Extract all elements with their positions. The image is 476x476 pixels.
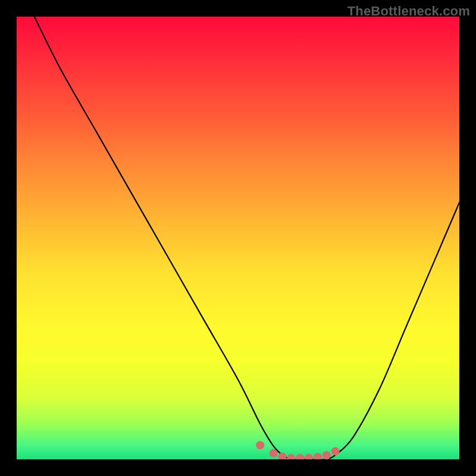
- valley-dot: [305, 453, 313, 459]
- valley-dot: [322, 451, 331, 459]
- valley-markers: [256, 441, 340, 459]
- valley-dot: [314, 453, 322, 459]
- valley-dot: [296, 454, 304, 459]
- valley-dot: [278, 453, 286, 460]
- valley-dot: [270, 449, 278, 458]
- chart-frame: TheBottleneck.com: [0, 0, 476, 476]
- plot-area: [17, 17, 459, 459]
- valley-dot: [256, 441, 264, 449]
- bottleneck-curve: [35, 17, 459, 459]
- valley-dot: [331, 447, 340, 456]
- curve-layer: [17, 17, 459, 459]
- watermark-text: TheBottleneck.com: [347, 4, 470, 19]
- valley-dot: [287, 454, 295, 459]
